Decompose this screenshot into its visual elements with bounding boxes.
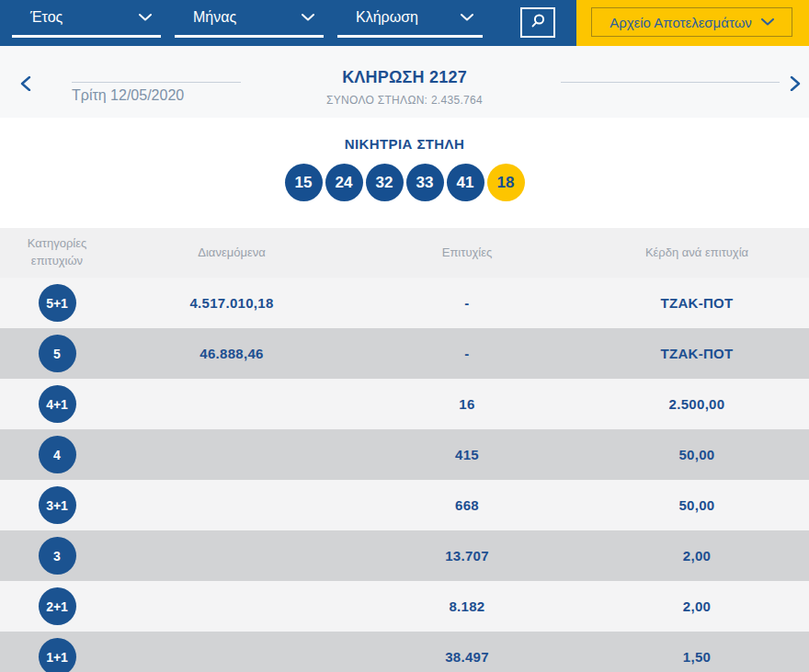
bonus-number-ball: 18 (487, 164, 525, 201)
winning-number-ball: 15 (285, 164, 323, 201)
category-badge: 4+1 (39, 385, 76, 423)
chevron-down-icon (139, 14, 152, 21)
winners-value: 668 (349, 497, 585, 513)
category-badge: 5+1 (39, 284, 76, 322)
chevron-right-icon (790, 80, 801, 94)
filter-bar-left: Έτος Μήνας Κλήρωση (0, 0, 576, 46)
category-badge: 3+1 (39, 486, 76, 524)
prize-value: ΤΖΑΚ-ΠΟΤ (585, 295, 809, 311)
winners-value: - (349, 295, 585, 311)
filter-bar: Έτος Μήνας Κλήρωση (0, 0, 809, 46)
chevron-left-icon (20, 80, 31, 94)
header-winners: Επιτυχίες (349, 245, 585, 262)
results-table-header: Κατηγορίες επιτυχιών Διανεμόμενα Επιτυχί… (0, 228, 809, 278)
prize-value: 2,00 (585, 598, 809, 614)
draw-total-columns: ΣΥΝΟΛΟ ΣΤΗΛΩΝ: 2.435.764 (267, 94, 542, 107)
year-dropdown[interactable]: Έτος (12, 0, 161, 38)
draw-title: ΚΛΗΡΩΣΗ 2127 (267, 68, 542, 87)
results-archive-label: Αρχείο Αποτελεσμάτων (610, 15, 752, 30)
category-badge: 1+1 (39, 638, 76, 672)
category-badge: 4 (39, 436, 76, 473)
winners-value: - (349, 346, 585, 361)
month-dropdown[interactable]: Μήνας (175, 0, 324, 38)
header-distributed: Διανεμόμενα (114, 245, 349, 262)
winning-column-section: ΝΙΚΗΤΡΙΑ ΣΤΗΛΗ 15 24 32 33 41 18 (0, 118, 809, 228)
lottery-results-screen: Έτος Μήνας Κλήρωση (0, 0, 809, 672)
chevron-down-icon (461, 14, 473, 21)
category-badge: 2+1 (39, 587, 76, 625)
distributed-value: 4.517.010,18 (114, 295, 349, 311)
results-archive-button[interactable]: Αρχείο Αποτελεσμάτων (591, 7, 792, 37)
year-dropdown-label: Έτος (30, 9, 63, 26)
prize-value: ΤΖΑΚ-ΠΟΤ (585, 346, 809, 361)
winning-number-ball: 33 (406, 164, 444, 201)
table-row: 3 13.707 2,00 (0, 530, 809, 581)
table-row: 1+1 38.497 1,50 (0, 632, 809, 672)
chevron-down-icon (761, 18, 774, 26)
next-draw-button[interactable] (790, 76, 801, 94)
category-badge: 5 (39, 335, 76, 372)
table-row: 5+1 4.517.010,18 - ΤΖΑΚ-ΠΟΤ (0, 278, 809, 328)
winners-value: 13.707 (349, 548, 585, 564)
previous-draw-divider (72, 82, 241, 83)
winners-value: 38.497 (349, 649, 585, 665)
results-table: Κατηγορίες επιτυχιών Διανεμόμενα Επιτυχί… (0, 228, 809, 672)
filter-bar-right: Αρχείο Αποτελεσμάτων (576, 0, 809, 46)
category-badge: 3 (39, 537, 76, 575)
winners-value: 16 (349, 396, 585, 412)
draw-dropdown[interactable]: Κλήρωση (337, 0, 483, 38)
prize-value: 50,00 (585, 447, 809, 462)
current-draw-info: ΚΛΗΡΩΣΗ 2127 ΣΥΝΟΛΟ ΣΤΗΛΩΝ: 2.435.764 (267, 68, 542, 107)
prize-value: 2,00 (585, 548, 809, 564)
winning-numbers: 15 24 32 33 41 18 (0, 164, 809, 201)
prize-value: 1,50 (585, 649, 809, 665)
month-dropdown-label: Μήνας (193, 9, 236, 26)
header-prize-per-winner: Κέρδη ανά επιτυχία (585, 245, 809, 262)
table-row: 5 46.888,46 - ΤΖΑΚ-ΠΟΤ (0, 328, 809, 379)
distributed-value: 46.888,46 (114, 346, 349, 361)
winning-number-ball: 32 (366, 164, 404, 201)
next-draw-divider (561, 82, 780, 83)
chevron-down-icon (302, 14, 314, 21)
winning-number-ball: 41 (447, 164, 484, 201)
previous-draw-button[interactable] (20, 76, 31, 94)
search-button[interactable] (520, 7, 555, 38)
table-row: 4 415 50,00 (0, 429, 809, 480)
winning-number-ball: 24 (325, 164, 363, 201)
prize-value: 2.500,00 (585, 396, 809, 412)
winners-value: 415 (349, 447, 585, 462)
table-row: 4+1 16 2.500,00 (0, 379, 809, 429)
winners-value: 8.182 (349, 598, 585, 614)
winning-column-heading: ΝΙΚΗΤΡΙΑ ΣΤΗΛΗ (0, 118, 809, 152)
draw-navigation: Τρίτη 12/05/2020 ΚΛΗΡΩΣΗ 2127 ΣΥΝΟΛΟ ΣΤΗ… (0, 46, 809, 118)
header-categories: Κατηγορίες επιτυχιών (0, 235, 114, 270)
previous-draw-date[interactable]: Τρίτη 12/05/2020 (72, 87, 184, 104)
table-row: 2+1 8.182 2,00 (0, 581, 809, 632)
table-row: 3+1 668 50,00 (0, 480, 809, 530)
search-icon (529, 12, 547, 33)
draw-dropdown-label: Κλήρωση (356, 9, 418, 26)
prize-value: 50,00 (585, 497, 809, 513)
